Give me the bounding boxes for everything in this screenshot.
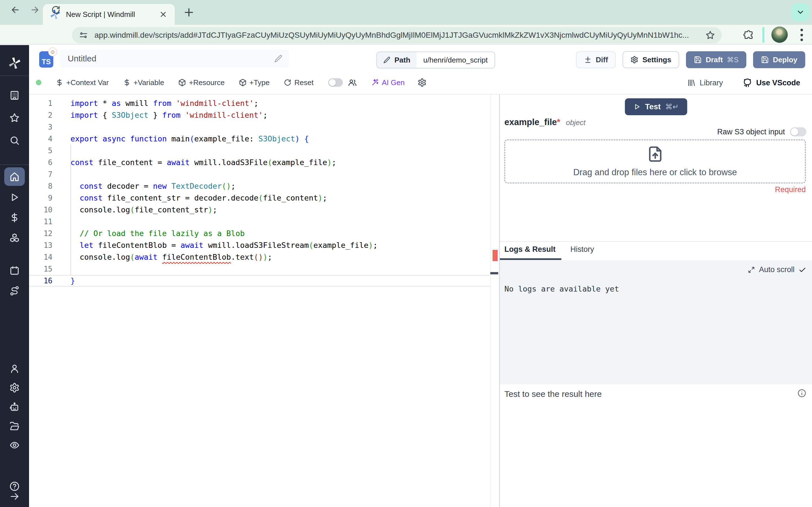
tab-title: New Script | Windmill xyxy=(66,10,135,19)
sidebar-item-expand[interactable] xyxy=(9,491,20,502)
library-button[interactable]: Library xyxy=(687,78,723,87)
file-dropzone[interactable]: Drag and drop files here or click to bro… xyxy=(504,139,806,183)
forward-icon[interactable] xyxy=(30,5,40,15)
draft-shortcut: ⌘S xyxy=(727,56,739,64)
ai-gen-button[interactable]: AI Gen xyxy=(371,78,405,87)
code-line-2[interactable]: 2import { S3Object } from 'windmill-clie… xyxy=(29,109,498,121)
site-settings-icon[interactable] xyxy=(79,31,88,40)
browser-menu-icon[interactable] xyxy=(800,29,803,41)
logs-empty-message: No logs are available yet xyxy=(504,284,619,293)
sidebar-item-workspaces[interactable] xyxy=(9,90,20,101)
sidebar-item-search[interactable] xyxy=(9,135,20,146)
diff-button[interactable]: Diff xyxy=(576,51,616,68)
autoscroll-control[interactable]: Auto scroll xyxy=(748,265,806,274)
use-vscode-button[interactable]: Use VScode xyxy=(743,78,800,88)
add-resource-button[interactable]: +Resource xyxy=(178,78,224,87)
dollar-icon xyxy=(56,78,63,87)
logs-section: Logs & Result History Auto scroll No log… xyxy=(500,241,812,507)
path-pencil-icon xyxy=(383,56,391,64)
file-upload-icon xyxy=(647,145,664,163)
new-tab-button[interactable] xyxy=(183,6,195,18)
box-icon xyxy=(239,78,247,87)
toolbar-divider xyxy=(762,27,764,43)
code-line-16[interactable]: 16} xyxy=(29,275,498,287)
sidebar-item-folders[interactable] xyxy=(9,421,20,431)
code-line-1[interactable]: 1import * as wmill from 'windmill-client… xyxy=(29,98,498,109)
github-octocat-icon xyxy=(743,78,752,88)
status-dot xyxy=(36,80,42,86)
check-icon xyxy=(799,266,806,274)
result-placeholder: Test to see the result here xyxy=(504,389,602,399)
expand-icon[interactable] xyxy=(748,266,755,274)
code-line-8[interactable]: 8 const decoder = new TextDecoder(); xyxy=(29,180,498,192)
reload-icon[interactable] xyxy=(51,5,61,15)
extensions-icon[interactable] xyxy=(743,29,754,40)
code-line-10[interactable]: 10 console.log(file_content_str); xyxy=(29,204,498,216)
tab-close-icon[interactable] xyxy=(159,10,167,18)
save-icon xyxy=(694,56,702,64)
code-line-9[interactable]: 9 const file_content_str = decoder.decod… xyxy=(29,192,498,204)
browser-tab[interactable]: New Script | Windmill xyxy=(43,4,175,25)
address-bar[interactable]: app.windmill.dev/scripts/add#JTdCJTIyaGF… xyxy=(72,27,722,43)
code-line-7[interactable]: 7 xyxy=(29,168,498,180)
sidebar-item-home[interactable] xyxy=(9,172,20,182)
sidebar-divider xyxy=(0,75,29,76)
active-tab-underline xyxy=(500,258,561,260)
settings-button[interactable]: Settings xyxy=(622,51,679,68)
code-line-6[interactable]: 6const file_content = await wmill.loadS3… xyxy=(29,157,498,168)
url-text: app.windmill.dev/scripts/add#JTdCJTIyaGF… xyxy=(94,31,699,40)
result-area: Test to see the result here xyxy=(500,384,812,507)
sidebar-item-audit-logs[interactable] xyxy=(9,440,20,450)
tab-history[interactable]: History xyxy=(570,245,594,254)
code-line-5[interactable]: 5 xyxy=(29,145,498,157)
chevron-down-icon xyxy=(796,7,805,17)
deploy-button[interactable]: Deploy xyxy=(753,51,805,68)
collab-toggle[interactable] xyxy=(328,78,343,87)
editor-settings-gear-icon[interactable] xyxy=(417,78,426,87)
code-line-12[interactable]: 12 // Or load the file lazily as a Blob xyxy=(29,228,498,239)
add-type-button[interactable]: +Type xyxy=(239,78,270,87)
code-line-13[interactable]: 13 let fileContentBlob = await wmill.loa… xyxy=(29,239,498,251)
code-line-15[interactable]: 15 xyxy=(29,263,498,275)
test-button[interactable]: Test ⌘↵ xyxy=(625,98,687,115)
magic-wand-icon xyxy=(371,78,379,87)
raw-s3-toggle[interactable] xyxy=(790,127,806,136)
sidebar-item-triggers[interactable] xyxy=(9,286,20,296)
gear-icon xyxy=(630,56,638,64)
tab-search-button[interactable] xyxy=(792,3,809,21)
add-variable-button[interactable]: +Variable xyxy=(123,78,164,87)
edit-pencil-icon[interactable] xyxy=(274,54,283,63)
sidebar-item-favorites[interactable] xyxy=(9,113,20,123)
reset-button[interactable]: Reset xyxy=(284,78,313,87)
windmill-logo xyxy=(8,57,21,69)
main-area: TS ☺ Untitled Path u/henri/demo_script xyxy=(29,45,812,507)
script-title-input[interactable]: Untitled xyxy=(60,50,289,68)
sidebar-item-settings[interactable] xyxy=(9,383,20,393)
sidebar-item-resources[interactable] xyxy=(9,233,20,243)
draft-button[interactable]: Draft ⌘S xyxy=(686,51,746,68)
info-icon[interactable] xyxy=(797,389,806,398)
path-label: Path xyxy=(395,56,410,64)
code-line-4[interactable]: 4export async function main(example_file… xyxy=(29,133,498,145)
code-editor[interactable]: 1import * as wmill from 'windmill-client… xyxy=(29,95,498,507)
users-icon[interactable] xyxy=(348,78,357,87)
required-asterisk: * xyxy=(557,117,560,127)
dollar-icon xyxy=(123,78,131,87)
diff-icon xyxy=(584,56,592,64)
sidebar-item-runs[interactable] xyxy=(9,192,20,203)
sidebar-item-variables[interactable] xyxy=(9,212,20,223)
sidebar-item-workers[interactable] xyxy=(9,402,20,412)
sidebar-item-user[interactable] xyxy=(9,363,20,374)
code-line-14[interactable]: 14 console.log(await fileContentBlob.tex… xyxy=(29,251,498,263)
sidebar-item-schedules[interactable] xyxy=(9,265,20,276)
add-context-var-button[interactable]: +Context Var xyxy=(56,78,109,87)
tab-logs-result[interactable]: Logs & Result xyxy=(504,245,556,254)
code-line-11[interactable]: 11 xyxy=(29,216,498,228)
back-icon[interactable] xyxy=(10,5,20,15)
profile-avatar[interactable] xyxy=(771,26,788,43)
path-chip[interactable]: Path u/henri/demo_script xyxy=(376,52,495,68)
sidebar-item-help[interactable] xyxy=(9,481,20,492)
code-line-3[interactable]: 3 xyxy=(29,121,498,133)
windmill-app: TS ☺ Untitled Path u/henri/demo_script xyxy=(0,45,812,507)
bookmark-star-icon[interactable] xyxy=(705,31,715,40)
